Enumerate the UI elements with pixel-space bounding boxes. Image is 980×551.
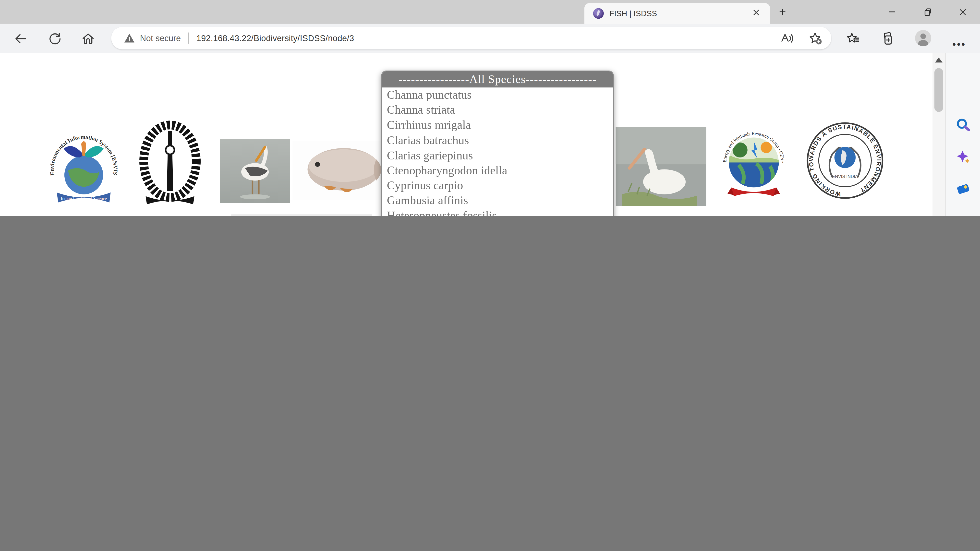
nav-item-ichthyofauna[interactable]: ICHTHYOFAUNA	[231, 214, 372, 216]
ewrg-logo: Energy and Wetlands Research Group • CES…	[720, 118, 788, 207]
browser-titlebar: FISH | ISDSS +	[0, 0, 980, 24]
dropdown-option[interactable]: Gambusia affinis	[382, 193, 613, 208]
tab-close-icon[interactable]	[751, 8, 761, 18]
edge-sidebar	[945, 53, 980, 216]
scroll-up-icon[interactable]	[935, 57, 942, 62]
address-bar[interactable]: Not secure 192.168.43.22/Biodiversity/IS…	[111, 27, 831, 49]
slide: FISH | ISDSS + Not secure	[0, 0, 980, 216]
scrollbar-thumb[interactable]	[934, 68, 943, 112]
back-icon[interactable]	[13, 31, 28, 46]
refresh-icon[interactable]	[48, 31, 62, 46]
not-secure-warning-icon	[124, 33, 135, 44]
profile-avatar[interactable]	[915, 30, 931, 46]
dropdown-option[interactable]: Cyprinus carpio	[382, 178, 613, 193]
browser-tab[interactable]: FISH | ISDSS	[584, 3, 770, 24]
tab-title: FISH | ISDSS	[609, 9, 657, 18]
dropdown-option[interactable]: Channa striata	[382, 103, 613, 118]
collections-icon[interactable]	[880, 31, 895, 46]
copilot-icon[interactable]	[956, 149, 971, 164]
url-divider	[188, 33, 189, 44]
add-favorite-icon[interactable]	[808, 31, 823, 46]
dropdown-option[interactable]: Clarias batrachus	[382, 133, 613, 148]
dropdown-list: Channa punctatusChanna striataCirrhinus …	[382, 87, 613, 216]
stork-photo	[220, 139, 290, 205]
security-label: Not secure	[140, 33, 181, 43]
envis-logo: Environmental Information System [ENVIS]…	[47, 118, 121, 211]
svg-text:ENVIS INDIA: ENVIS INDIA	[832, 174, 858, 179]
iisc-logo	[133, 118, 207, 211]
url-text[interactable]: 192.168.43.22/Biodiversity/ISDSS/node/3	[196, 33, 354, 43]
favorites-icon[interactable]	[846, 31, 861, 46]
search-icon[interactable]	[956, 118, 971, 132]
dropdown-option[interactable]: Heteropneustes fossilis	[382, 208, 613, 216]
dropdown-option[interactable]: Cirrhinus mrigala	[382, 118, 613, 133]
page-scrollbar[interactable]	[932, 53, 945, 216]
dropdown-option[interactable]: Channa punctatus	[382, 87, 613, 103]
home-icon[interactable]	[81, 31, 95, 46]
restore-button[interactable]	[920, 5, 935, 19]
more-menu-icon[interactable]: •••	[953, 39, 966, 49]
minimize-button[interactable]	[885, 5, 899, 19]
svg-text:Indian Institute of Science: Indian Institute of Science	[61, 196, 107, 201]
dropdown-option[interactable]: Clarias gariepinus	[382, 148, 613, 163]
tools-icon[interactable]	[956, 214, 971, 216]
pelican-photo	[616, 127, 706, 209]
browser-toolbar: Not secure 192.168.43.22/Biodiversity/IS…	[0, 24, 980, 54]
dropdown-header-option[interactable]: -----------------All Species------------…	[382, 71, 613, 87]
new-tab-button[interactable]: +	[776, 6, 789, 18]
fish-photo	[293, 141, 390, 203]
sustainable-env-logo: WORKING TOWARDS A SUSTAINABLE ENVIRONMEN…	[805, 118, 885, 206]
species-dropdown-popup: -----------------All Species------------…	[381, 70, 614, 216]
dropdown-option[interactable]: Ctenopharyngodon idella	[382, 163, 613, 178]
read-aloud-icon[interactable]	[780, 31, 794, 46]
site-favicon-icon	[593, 8, 604, 19]
close-window-button[interactable]	[955, 5, 970, 19]
shopping-icon[interactable]	[956, 181, 971, 196]
